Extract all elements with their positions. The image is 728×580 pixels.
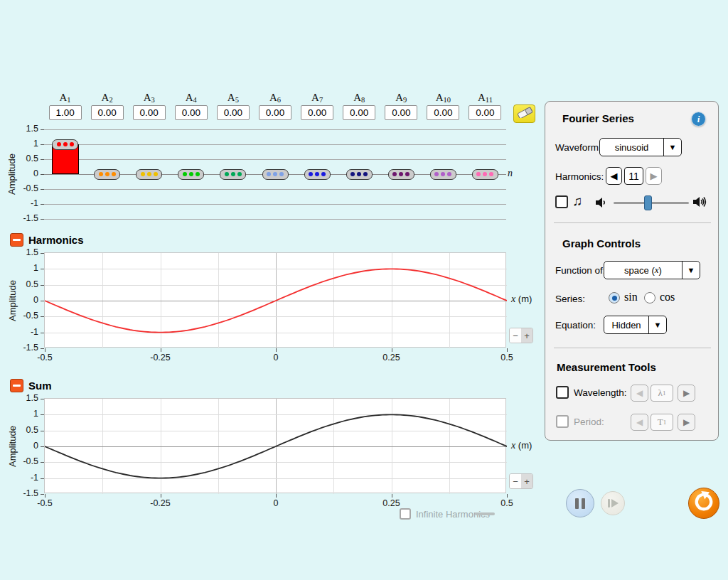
amplitude-field-6[interactable] (259, 105, 291, 120)
equation-dropdown[interactable]: Hidden ▼ (604, 316, 667, 334)
infinite-harmonics-checkbox[interactable] (400, 508, 411, 520)
volume-slider-thumb[interactable] (644, 195, 652, 210)
amplitude-slider-8[interactable] (346, 169, 373, 180)
amplitude-label-9: A9 (383, 92, 419, 105)
tick-mark (276, 348, 277, 352)
amplitude-field-11[interactable] (469, 105, 501, 120)
amplitude-field-9[interactable] (385, 105, 417, 120)
info-button[interactable]: i (691, 112, 706, 127)
y-tick-label: 1.5 (13, 247, 38, 257)
slider-dot (99, 172, 103, 176)
y-tick-label: 0 (13, 441, 38, 451)
y-tick-label: -0.5 (13, 183, 38, 193)
amplitude-slider-3[interactable] (136, 169, 162, 180)
series-cos-radio[interactable] (644, 292, 655, 304)
period-next-button[interactable]: ▶ (678, 414, 695, 431)
harmonics-increment-button[interactable]: ▶ (646, 167, 662, 185)
wavelength-next-button[interactable]: ▶ (678, 385, 695, 402)
slider-dot (57, 142, 61, 146)
waveform-dropdown[interactable]: sinusoid ▼ (599, 138, 682, 156)
chevron-down-icon: ▼ (648, 316, 666, 333)
amplitude-control-7: A7 (299, 92, 335, 120)
amplitude-field-10[interactable] (427, 105, 459, 120)
amplitude-slider-2[interactable] (94, 169, 120, 180)
slider-dot (183, 172, 187, 176)
tick-mark (41, 399, 44, 399)
function-of-dropdown[interactable]: space (x) ▼ (604, 261, 700, 279)
tick-mark (41, 219, 44, 220)
eraser-button[interactable] (513, 104, 535, 123)
y-tick-label: 1 (13, 263, 38, 273)
amplitude-slider-1[interactable] (52, 139, 78, 150)
harmonics-decrement-button[interactable]: ◀ (606, 167, 622, 185)
amplitude-field-7[interactable] (301, 105, 333, 120)
y-tick-label: 0 (13, 168, 38, 178)
x-tick-label: -0.5 (26, 353, 63, 362)
slider-dot (357, 172, 361, 176)
zoom-in-button[interactable]: + (521, 474, 532, 488)
amplitude-label-2: A2 (90, 92, 125, 105)
amplitude-slider-4[interactable] (178, 169, 204, 180)
amplitude-field-4[interactable] (175, 105, 208, 120)
amplitude-control-5: A5 (215, 92, 251, 120)
slider-dot (141, 172, 145, 176)
reset-all-button[interactable] (688, 488, 719, 519)
series-sin-radio[interactable] (609, 292, 620, 304)
tick-mark (41, 301, 44, 301)
period-checkbox[interactable] (556, 415, 569, 428)
amplitude-field-1[interactable] (49, 105, 82, 120)
amplitude-slider-5[interactable] (220, 169, 246, 180)
wavelength-checkbox[interactable] (556, 386, 569, 399)
sum-collapse-button[interactable] (10, 379, 23, 392)
y-tick-label: 0.5 (13, 154, 38, 163)
amplitude-slider-9[interactable] (388, 169, 414, 180)
harmonics-title: Harmonics (28, 234, 84, 246)
wavelength-previous-button[interactable]: ◀ (631, 385, 648, 402)
amplitude-field-2[interactable] (91, 105, 124, 120)
x-tick-label: -0.25 (142, 498, 179, 508)
control-panel: Fourier Series i Waveform: sinusoid ▼ Ha… (545, 101, 719, 441)
amplitude-slider-11[interactable] (472, 169, 498, 180)
n-axis-label: n (508, 168, 513, 179)
step-forward-button[interactable] (601, 491, 625, 515)
amplitude-field-3[interactable] (133, 105, 166, 120)
amplitude-label-7: A7 (299, 92, 335, 105)
period-previous-button[interactable]: ◀ (631, 414, 648, 431)
amplitude-field-5[interactable] (217, 105, 250, 120)
x-tick-label: 0.25 (373, 498, 410, 508)
tick-mark (45, 348, 46, 352)
y-tick-label: 0.5 (13, 279, 38, 289)
slider-dot (237, 172, 242, 176)
waveform-value: sinusoid (600, 139, 663, 156)
chevron-down-icon: ▼ (682, 262, 700, 279)
amplitude-slider-7[interactable] (304, 169, 331, 180)
amplitude-slider-10[interactable] (430, 169, 456, 180)
zoom-out-button[interactable]: − (510, 474, 521, 488)
zoom-out-button[interactable]: − (510, 328, 521, 343)
amplitude-field-8[interactable] (343, 105, 375, 120)
sound-checkbox[interactable] (555, 195, 568, 208)
pause-button[interactable] (566, 489, 594, 517)
fourier-making-waves-sim: { "icons": { "dropdown": "▼", "prev": "◀… (0, 0, 728, 580)
amplitude-slider-6[interactable] (262, 169, 289, 180)
tick-mark (41, 159, 44, 160)
tick-mark (41, 431, 44, 431)
x-axis-label: x (m) (511, 440, 532, 451)
tick-mark (507, 348, 508, 352)
zoom-in-button[interactable]: + (521, 328, 532, 343)
harmonics-collapse-button[interactable] (10, 233, 23, 247)
tick-mark (41, 462, 44, 463)
amplitude-label-4: A4 (173, 92, 209, 105)
y-tick-label: 1 (13, 139, 38, 149)
series-cos-label: cos (660, 291, 675, 304)
y-tick-label: -1 (13, 327, 38, 337)
y-tick-label: -1.5 (13, 343, 38, 353)
slider-dot (225, 172, 229, 176)
tick-mark (41, 174, 44, 175)
tick-mark (41, 414, 44, 415)
separator (554, 222, 711, 223)
tick-mark (41, 269, 44, 269)
tick-mark (41, 333, 44, 333)
harmonics-zoom-control: − + (509, 328, 533, 343)
equation-label: Equation: (555, 320, 596, 331)
